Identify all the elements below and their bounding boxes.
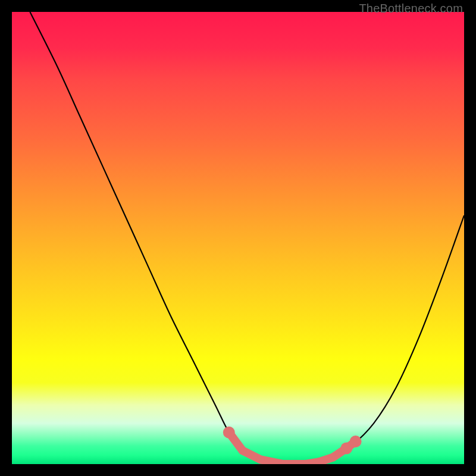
hotspot-dot [256,455,265,464]
hotspot-dot [223,427,235,439]
curve-line [30,12,464,464]
hotspot-dot [239,446,247,455]
hotspot-group [223,427,362,464]
bottleneck-chart [12,12,464,464]
hotspot-dot [350,436,362,447]
hotspot-dot [329,453,337,462]
